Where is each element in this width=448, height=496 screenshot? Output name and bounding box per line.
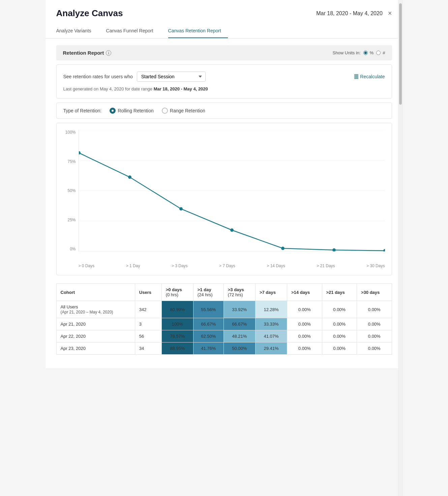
info-icon[interactable]: i	[106, 50, 111, 56]
svg-point-13	[179, 207, 183, 211]
unit-hash-radio[interactable]: #	[376, 50, 385, 55]
col-d21: >21 days	[322, 284, 357, 301]
svg-point-11	[79, 151, 81, 155]
rolling-retention-radio[interactable]: Rolling Retention	[110, 108, 154, 114]
cell-cohort: All Users(Apr 21, 2020 – May 4, 2020)	[56, 301, 135, 318]
cell-d7: 12.28%	[255, 301, 287, 318]
cell-d1: 55.56%	[193, 301, 223, 318]
col-d1: >1 day(24 hrs)	[193, 284, 223, 301]
tab-canvas-funnel[interactable]: Canvas Funnel Report	[106, 24, 160, 38]
cell-d21: 0.00%	[322, 330, 357, 342]
svg-point-17	[383, 249, 385, 251]
cell-d14: 0.00%	[287, 318, 322, 330]
tab-analyze-variants[interactable]: Analyze Variants	[56, 24, 98, 38]
svg-point-16	[332, 248, 336, 251]
rolling-radio-icon	[110, 108, 116, 114]
cell-d30: 0.00%	[357, 301, 392, 318]
chart-plot-area	[79, 130, 385, 251]
cell-d30: 0.00%	[357, 318, 392, 330]
scrollbar-thumb[interactable]	[399, 3, 402, 105]
cell-d1: 41.76%	[193, 342, 223, 355]
cell-cohort: Apr 22, 2020	[56, 330, 135, 342]
range-retention-radio[interactable]: Range Retention	[162, 108, 205, 114]
show-units-control: Show Units in: % #	[333, 50, 385, 55]
table-row: Apr 21, 2020 3 100% 66.67% 66.67% 33.33%…	[56, 318, 392, 330]
col-cohort: Cohort	[56, 284, 135, 301]
cell-users: 3	[135, 318, 161, 330]
cell-users: 34	[135, 342, 161, 355]
cell-d0: 78.57%	[161, 330, 193, 342]
col-d3: >3 days(72 hrs)	[223, 284, 255, 301]
cell-d3: 33.92%	[223, 301, 255, 318]
cell-d0: 100%	[161, 318, 193, 330]
table-row: All Users(Apr 21, 2020 – May 4, 2020) 34…	[56, 301, 392, 318]
cell-users: 342	[135, 301, 161, 318]
tab-canvas-retention[interactable]: Canvas Retention Report	[168, 24, 228, 38]
recalculate-icon	[354, 74, 359, 79]
x-axis: > 0 Days > 1 Day > 3 Days > 7 Days > 14 …	[79, 264, 385, 268]
cell-d3: 66.67%	[223, 318, 255, 330]
svg-point-15	[281, 247, 285, 250]
scrollbar-track[interactable]	[398, 0, 403, 496]
cell-d14: 0.00%	[287, 301, 322, 318]
cell-d30: 0.00%	[357, 330, 392, 342]
cell-d7: 29.41%	[255, 342, 287, 355]
table-row: Apr 22, 2020 56 78.57% 62.50% 48.21% 41.…	[56, 330, 392, 342]
retention-chart: 100% 75% 50% 25% 0%	[56, 123, 392, 275]
page-title: Analyze Canvas	[56, 8, 123, 19]
cell-d14: 0.00%	[287, 330, 322, 342]
cell-cohort: Apr 21, 2020	[56, 318, 135, 330]
cell-d3: 48.21%	[223, 330, 255, 342]
svg-point-14	[230, 228, 234, 232]
modal-header: Analyze Canvas Mar 18, 2020 - May 4, 202…	[46, 0, 403, 19]
tab-bar: Analyze Variants Canvas Funnel Report Ca…	[46, 24, 403, 38]
col-d30: >30 days	[357, 284, 392, 301]
unit-percent-radio[interactable]: %	[363, 50, 374, 55]
cell-d1: 66.67%	[193, 318, 223, 330]
col-d0: >0 days(0 hrs)	[161, 284, 193, 301]
col-d14: >14 days	[287, 284, 322, 301]
cell-d0: 88.95%	[161, 342, 193, 355]
col-users: Users	[135, 284, 161, 301]
col-d7: >7 days	[255, 284, 287, 301]
cell-d7: 41.07%	[255, 330, 287, 342]
cell-d21: 0.00%	[322, 301, 357, 318]
range-radio-icon	[162, 108, 168, 114]
table-header-row: Cohort Users >0 days(0 hrs) >1 day(24 hr…	[56, 284, 392, 301]
retention-report-header: Retention Report i Show Units in: % #	[56, 45, 392, 60]
cell-users: 56	[135, 330, 161, 342]
recalculate-button[interactable]: Recalculate	[354, 74, 385, 79]
retention-report-title: Retention Report i	[63, 50, 112, 56]
retention-type-row: Type of Retention: Rolling Retention Ran…	[56, 103, 392, 119]
cohort-table: Cohort Users >0 days(0 hrs) >1 day(24 hr…	[56, 283, 392, 355]
cell-cohort: Apr 23, 2020	[56, 342, 135, 355]
last-generated-text: Last generated on May 4, 2020 for date r…	[63, 86, 385, 91]
cell-d30: 0.00%	[357, 342, 392, 355]
filter-box: See retention rates for users who Starte…	[56, 64, 392, 99]
cell-d21: 0.00%	[322, 318, 357, 330]
cell-d21: 0.00%	[322, 342, 357, 355]
cell-d14: 0.00%	[287, 342, 322, 355]
cell-d3: 50.00%	[223, 342, 255, 355]
cell-d1: 62.50%	[193, 330, 223, 342]
svg-point-12	[128, 175, 131, 179]
filter-left: See retention rates for users who Starte…	[63, 72, 206, 82]
table-row: Apr 23, 2020 34 88.95% 41.76% 50.00% 29.…	[56, 342, 392, 355]
cell-d7: 33.33%	[255, 318, 287, 330]
chart-svg	[79, 130, 385, 251]
close-icon[interactable]: ×	[388, 9, 392, 17]
cell-d0: 80.99%	[161, 301, 193, 318]
event-dropdown[interactable]: Started Session Performed Custom Event M…	[137, 72, 206, 82]
y-axis: 100% 75% 50% 25% 0%	[63, 130, 79, 251]
date-range: Mar 18, 2020 - May 4, 2020	[316, 10, 383, 17]
